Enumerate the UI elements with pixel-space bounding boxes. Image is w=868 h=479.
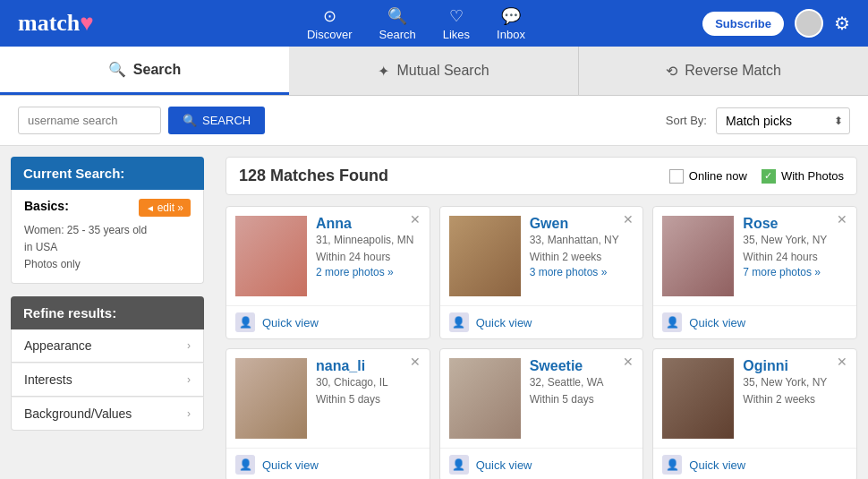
chevron-right-icon: › [187,339,191,352]
logo-heart: ♥ [80,10,93,36]
search-btn-label: SEARCH [202,114,251,127]
card-age-location-nana_li: 30, Chicago, IL [316,374,421,391]
nav-discover[interactable]: ⊙ Discover [307,6,353,41]
card-name-sweetie[interactable]: Sweetie [530,358,634,374]
card-nana_li: ✕ nana_li 30, Chicago, IL Within 5 days … [226,348,430,479]
card-name-nana_li[interactable]: nana_li [316,358,421,374]
card-close-anna[interactable]: ✕ [408,212,422,227]
cards-grid: ✕ Anna 31, Minneapolis, MN Within 24 hou… [226,206,857,479]
card-close-gwen[interactable]: ✕ [621,212,635,227]
card-name-rose[interactable]: Rose [743,216,847,232]
card-rose: ✕ Rose 35, New York, NY Within 24 hours … [652,206,857,339]
sort-select[interactable]: Match picks Newest Online now Distance [716,107,850,134]
card-oginni: ✕ Oginni 35, New York, NY Within 2 weeks… [652,348,857,479]
refine-appearance-label: Appearance [24,338,92,353]
edit-button[interactable]: edit » [139,199,191,217]
mutual-icon: ✦ [378,63,389,80]
card-footer-gwen[interactable]: 👤 Quick view [440,305,643,338]
tab-search[interactable]: 🔍 Search [0,47,289,95]
tab-reverse-label: Reverse Match [685,63,781,79]
nav-search[interactable]: 🔍 Search [379,6,416,41]
quick-view-icon-gwen: 👤 [449,312,469,332]
card-body-oginni: Oginni 35, New York, NY Within 2 weeks [653,349,856,448]
nav-search-label: Search [379,28,416,41]
basics-label: Basics: [24,199,69,213]
card-photo-nana_li [235,358,307,439]
card-info-oginni: Oginni 35, New York, NY Within 2 weeks [743,358,847,439]
chevron-right-icon-3: › [187,407,191,420]
with-photos-checkbox[interactable]: ✓ [762,169,776,184]
sidebar: Current Search: Basics: edit » Women: 25… [0,146,215,479]
quick-view-label-gwen: Quick view [476,316,532,329]
main-nav: ⊙ Discover 🔍 Search ♡ Likes 💬 Inbox [130,6,702,41]
chevron-right-icon-2: › [187,373,191,386]
card-name-anna[interactable]: Anna [316,216,421,232]
current-search-body: Basics: edit » Women: 25 - 35 years old … [11,190,204,284]
card-footer-rose[interactable]: 👤 Quick view [653,305,856,338]
card-body-gwen: Gwen 33, Manhattan, NY Within 2 weeks 3 … [440,207,643,305]
nav-inbox[interactable]: 💬 Inbox [497,6,525,41]
tab-reverse-match[interactable]: ⟲ Reverse Match [579,47,868,95]
more-photos-anna[interactable]: 2 more photos » [316,266,421,278]
refine-background[interactable]: Background/Values › [11,397,204,431]
gear-icon[interactable]: ⚙ [834,13,850,34]
sort-by-label: Sort By: [666,114,707,127]
card-photo-oginni [662,358,734,439]
card-name-gwen[interactable]: Gwen [530,216,634,232]
online-now-filter[interactable]: Online now [669,169,747,184]
quick-view-icon-oginni: 👤 [662,455,682,475]
quick-view-label-sweetie: Quick view [476,458,532,472]
refine-background-label: Background/Values [24,406,132,421]
card-timeframe-gwen: Within 2 weeks [530,249,634,266]
card-info-sweetie: Sweetie 32, Seattle, WA Within 5 days [530,358,634,439]
card-photo-sweetie [449,358,521,439]
avatar[interactable] [795,9,823,38]
refine-interests[interactable]: Interests › [11,363,204,397]
with-photos-filter[interactable]: ✓ With Photos [762,169,844,184]
card-name-oginni[interactable]: Oginni [743,358,847,374]
card-age-location-sweetie: 32, Seattle, WA [530,374,634,391]
quick-view-icon-nana_li: 👤 [235,455,255,475]
search-tab-icon: 🔍 [108,61,126,78]
nav-discover-label: Discover [307,28,353,41]
nav-likes[interactable]: ♡ Likes [443,6,470,41]
card-body-rose: Rose 35, New York, NY Within 24 hours 7 … [653,207,856,305]
card-anna: ✕ Anna 31, Minneapolis, MN Within 24 hou… [226,206,430,339]
quick-view-label-oginni: Quick view [689,458,745,472]
card-footer-nana_li[interactable]: 👤 Quick view [226,448,430,479]
nav-inbox-label: Inbox [497,28,525,41]
results-area: 128 Matches Found Online now ✓ With Phot… [215,146,868,479]
username-input[interactable] [18,107,161,134]
card-footer-oginni[interactable]: 👤 Quick view [653,448,856,479]
card-age-location-oginni: 35, New York, NY [743,374,847,391]
current-search-title: Current Search: [23,166,124,181]
header: match♥ ⊙ Discover 🔍 Search ♡ Likes 💬 Inb… [0,0,868,47]
refine-title: Refine results: [23,305,116,321]
logo: match♥ [18,10,94,37]
online-now-label: Online now [689,169,747,183]
current-search-header: Current Search: [11,157,204,190]
tab-search-label: Search [133,62,181,78]
main-layout: Current Search: Basics: edit » Women: 25… [0,146,868,479]
search-button[interactable]: 🔍 SEARCH [168,107,265,134]
card-footer-sweetie[interactable]: 👤 Quick view [440,448,643,479]
card-close-nana_li[interactable]: ✕ [408,355,422,369]
search-bar-row: 🔍 SEARCH Sort By: Match picks Newest Onl… [0,96,868,146]
filter-options: Online now ✓ With Photos [669,169,844,184]
refine-appearance[interactable]: Appearance › [11,329,204,363]
tab-mutual-search[interactable]: ✦ Mutual Search [289,47,579,95]
more-photos-gwen[interactable]: 3 more photos » [530,266,634,278]
criteria-age: Women: 25 - 35 years old [24,222,191,239]
card-footer-anna[interactable]: 👤 Quick view [226,305,430,338]
online-now-checkbox[interactable] [669,169,684,184]
subscribe-button[interactable]: Subscribe [702,12,784,36]
card-close-sweetie[interactable]: ✕ [621,355,635,369]
card-photo-gwen [449,216,521,296]
more-photos-rose[interactable]: 7 more photos » [743,266,847,278]
card-timeframe-nana_li: Within 5 days [316,391,421,408]
header-right: Subscribe ⚙ [702,9,850,38]
nav-likes-label: Likes [443,28,470,41]
card-close-rose[interactable]: ✕ [835,212,849,227]
card-close-oginni[interactable]: ✕ [835,355,849,369]
inbox-icon: 💬 [501,6,521,26]
